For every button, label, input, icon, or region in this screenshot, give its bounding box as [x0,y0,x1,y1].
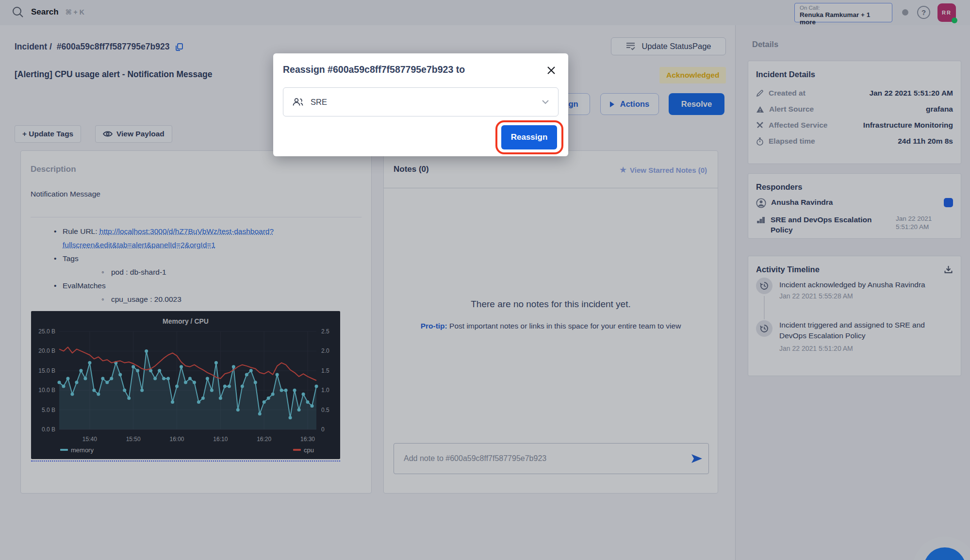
app-root: Search ⌘ + K On Call: Renuka Ramkumar + … [0,0,970,560]
reassign-confirm-button[interactable]: Reassign [501,125,557,149]
close-icon [546,66,556,75]
reassign-modal: Reassign #600a59c8ff7f587795e7b923 to SR… [273,53,568,156]
chevron-down-icon [542,99,549,104]
assignee-select-value: SRE [311,98,327,107]
reassign-confirm-label: Reassign [511,132,548,142]
close-button[interactable] [545,64,558,77]
users-icon [292,97,304,107]
reassign-modal-title: Reassign #600a59c8ff7f587795e7b923 to [283,64,465,75]
assignee-select[interactable]: SRE [283,87,559,116]
